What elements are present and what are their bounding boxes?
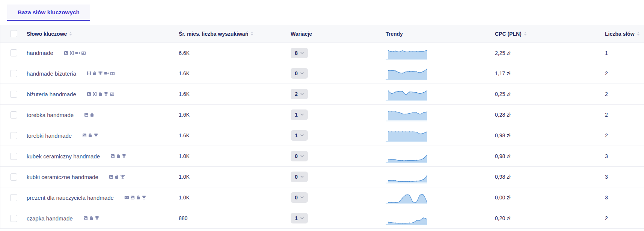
sort-arrows-icon: [524, 32, 527, 36]
chevron-down-icon: [300, 93, 304, 95]
serp-card-icon: [124, 195, 129, 200]
keyword-cell: kubki ceramiczne handmade: [27, 174, 179, 180]
word-count-cell: 3: [605, 173, 644, 180]
serp-trophy-icon: [98, 71, 103, 76]
variations-badge[interactable]: 0: [291, 151, 308, 161]
row-checkbox[interactable]: [10, 132, 17, 139]
cpc-cell: 0,25 zł: [495, 91, 605, 97]
row-checkbox-cell: [0, 132, 27, 139]
variations-badge[interactable]: 2: [291, 89, 308, 99]
cpc-value: 0,20 zł: [495, 215, 510, 221]
word-count: 3: [605, 174, 608, 180]
table-row: torebki handmade 1.6K 1: [0, 125, 644, 146]
keyword-text[interactable]: torebka handmade: [27, 112, 74, 118]
keyword-text[interactable]: handmade: [27, 50, 53, 56]
keyword-cell: czapka handmade: [27, 215, 179, 222]
keyword-text[interactable]: czapka handmade: [27, 215, 73, 222]
keyword-text[interactable]: torebki handmade: [27, 132, 72, 139]
serp-features: [124, 195, 146, 200]
serp-trophy-icon: [104, 92, 109, 96]
serp-shopping-bag-icon: [92, 71, 97, 76]
row-checkbox[interactable]: [10, 194, 17, 201]
serp-shopping-bag-icon: [90, 112, 94, 117]
cpc-cell: 0,98 zł: [495, 173, 605, 180]
serp-carousel-icon: [92, 92, 97, 96]
serp-news-icon: [110, 92, 115, 96]
column-header-volume[interactable]: Śr. mies. liczba wyszukiwań: [179, 31, 291, 37]
variations-badge[interactable]: 8: [291, 48, 308, 58]
serp-image-icon: [110, 154, 115, 158]
search-volume: 1.6K: [179, 70, 190, 76]
row-checkbox[interactable]: [10, 91, 17, 98]
variations-cell: 0: [291, 68, 386, 79]
search-volume-cell: 1.6K: [179, 70, 291, 77]
keyword-text[interactable]: prezent dla nauczyciela handmade: [27, 195, 114, 201]
search-volume: 1.6K: [179, 132, 190, 138]
select-all-checkbox[interactable]: [10, 30, 17, 37]
search-volume: 1.0K: [179, 174, 190, 180]
keyword-cell: prezent dla nauczyciela handmade: [27, 195, 179, 201]
serp-features: [87, 71, 115, 76]
variations-badge[interactable]: 0: [291, 68, 308, 79]
word-count: 3: [605, 153, 608, 159]
search-volume-cell: 6.6K: [179, 50, 291, 56]
sort-icon[interactable]: [69, 32, 72, 36]
serp-shopping-bag-icon: [88, 133, 92, 138]
chevron-down-icon: [300, 196, 304, 199]
variations-badge[interactable]: 0: [291, 192, 308, 203]
column-header-cpc[interactable]: CPC (PLN): [495, 31, 605, 37]
serp-image-icon: [83, 216, 88, 220]
column-header-keyword[interactable]: Słowo kluczowe: [27, 31, 179, 37]
serp-news-icon: [110, 71, 115, 76]
table-row: biżuteria handmade 1.6K 2: [0, 84, 644, 105]
table-row: czapka handmade 880 1: [0, 208, 644, 229]
sort-icon[interactable]: [637, 32, 640, 36]
tab-keyword-database[interactable]: Baza słów kluczowych: [7, 5, 90, 21]
row-checkbox-cell: [0, 111, 27, 119]
serp-shopping-bag-icon: [98, 92, 103, 96]
column-header-word-count[interactable]: Liczba słów: [605, 31, 644, 37]
search-volume-cell: 1.0K: [179, 173, 291, 180]
chevron-down-icon: [300, 155, 304, 157]
keyword-text[interactable]: biżuteria handmade: [27, 91, 76, 97]
variations-count: 1: [295, 112, 298, 118]
table-body: handmade 6.6K 8: [0, 43, 644, 229]
row-checkbox[interactable]: [10, 215, 17, 222]
trend-sparkline: [386, 170, 495, 184]
variations-count: 0: [295, 195, 298, 201]
row-checkbox[interactable]: [10, 49, 17, 56]
trend-sparkline: [386, 191, 495, 204]
variations-cell: 0: [291, 151, 386, 161]
sort-arrows-icon: [250, 32, 253, 36]
search-volume: 880: [179, 215, 187, 221]
row-checkbox-cell: [0, 70, 27, 77]
keyword-cell: torebki handmade: [27, 132, 179, 139]
row-checkbox[interactable]: [10, 70, 17, 77]
row-checkbox[interactable]: [10, 153, 17, 160]
variations-badge[interactable]: 1: [291, 130, 308, 141]
keyword-text[interactable]: kubki ceramiczne handmade: [27, 174, 98, 180]
sort-icon[interactable]: [250, 32, 253, 36]
word-count: 3: [605, 195, 608, 201]
serp-news-icon: [81, 51, 86, 55]
variations-badge[interactable]: 1: [291, 213, 308, 223]
sort-arrows-icon: [637, 32, 640, 36]
cpc-cell: 1,17 zł: [495, 70, 605, 77]
variations-badge[interactable]: 0: [291, 172, 308, 182]
sort-icon[interactable]: [524, 32, 527, 36]
keyword-text[interactable]: handmade bizuteria: [27, 70, 76, 77]
variations-cell: 1: [291, 213, 386, 223]
row-checkbox-cell: [0, 91, 27, 98]
variations-badge[interactable]: 1: [291, 109, 308, 120]
serp-trophy-icon: [122, 154, 127, 158]
keyword-cell: kubek ceramiczny handmade: [27, 153, 179, 160]
keyword-text[interactable]: kubek ceramiczny handmade: [27, 153, 100, 160]
trend-sparkline: [386, 46, 495, 60]
row-checkbox[interactable]: [10, 173, 17, 181]
variations-cell: 8: [291, 48, 386, 58]
cpc-value: 0,98 zł: [495, 132, 510, 138]
search-volume-cell: 1.6K: [179, 132, 291, 139]
search-volume: 1.0K: [179, 195, 190, 201]
table-row: kubki ceramiczne handmade 1.0K 0: [0, 167, 644, 187]
row-checkbox[interactable]: [10, 111, 17, 119]
